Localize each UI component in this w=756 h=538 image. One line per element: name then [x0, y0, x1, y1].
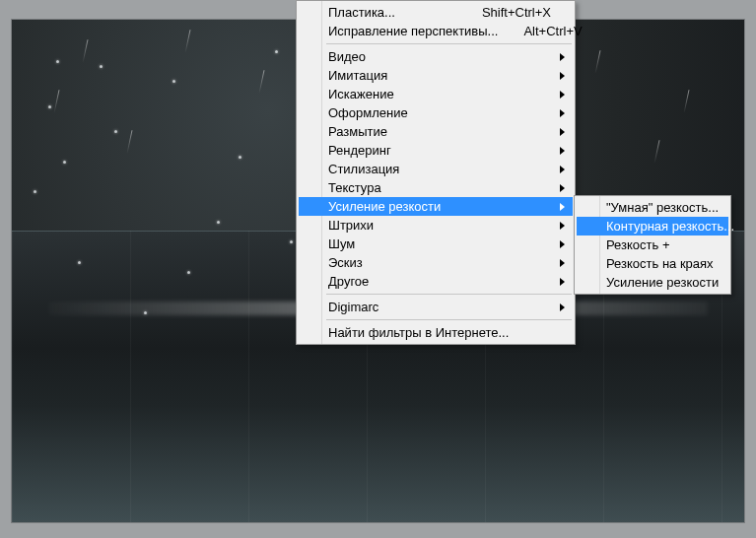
sharpen-submenu[interactable]: "Умная" резкость...Контурная резкость...… — [574, 195, 731, 295]
menu-item-label: Размытие — [328, 124, 551, 139]
menu-item-label: Оформление — [328, 105, 551, 120]
submenu-item-label: Контурная резкость... — [606, 219, 734, 234]
menu-item-label: Шум — [328, 236, 551, 251]
menu-item-label: Найти фильтры в Интернете... — [328, 325, 551, 340]
menu-item-shortcut: Shift+Ctrl+X — [456, 5, 551, 20]
submenu-item[interactable]: "Умная" резкость... — [577, 198, 728, 217]
menu-item-shortcut: Alt+Ctrl+V — [498, 24, 582, 38]
menu-item-label: Текстура — [328, 180, 551, 195]
menu-item-label: Видео — [328, 49, 551, 64]
raindrop — [56, 60, 59, 63]
menu-item[interactable]: Эскиз — [299, 253, 573, 272]
menu-item-label: Другое — [328, 274, 551, 289]
menu-item[interactable]: Искажение — [299, 85, 573, 103]
submenu-item-label: "Умная" резкость... — [606, 200, 719, 215]
menu-item[interactable]: Текстура — [299, 178, 573, 197]
menu-item[interactable]: Стилизация — [299, 160, 573, 178]
submenu-item[interactable]: Усиление резкости — [577, 273, 728, 292]
menu-item-label: Digimarc — [328, 300, 551, 314]
raindrop — [48, 105, 51, 108]
filter-menu[interactable]: Пластика...Shift+Ctrl+XИсправление персп… — [296, 0, 576, 345]
menu-item[interactable]: Имитация — [299, 66, 573, 85]
menu-separator — [326, 294, 572, 295]
menu-item[interactable]: Исправление перспективы...Alt+Ctrl+V — [299, 22, 573, 40]
raindrop — [63, 161, 66, 164]
submenu-item-label: Резкость на краях — [606, 256, 714, 271]
submenu-item[interactable]: Контурная резкость... — [577, 217, 728, 235]
menu-item-label: Пластика... — [328, 5, 456, 20]
menu-item[interactable]: Размытие — [299, 122, 573, 141]
menu-item[interactable]: Усиление резкости — [299, 197, 573, 216]
menu-item[interactable]: Пластика...Shift+Ctrl+X — [299, 3, 573, 22]
menu-item[interactable]: Digimarc — [299, 298, 573, 316]
menu-item[interactable]: Штрихи — [299, 216, 573, 235]
menu-item-label: Искажение — [328, 87, 551, 101]
submenu-item[interactable]: Резкость + — [577, 235, 728, 254]
menu-item-label: Стилизация — [328, 162, 551, 176]
menu-separator — [326, 319, 572, 320]
menu-item[interactable]: Оформление — [299, 103, 573, 122]
raindrop — [78, 261, 81, 264]
submenu-item[interactable]: Резкость на краях — [577, 254, 728, 273]
menu-item-label: Имитация — [328, 68, 551, 83]
menu-item[interactable]: Видео — [299, 47, 573, 66]
submenu-item-label: Усиление резкости — [606, 275, 719, 290]
raindrop — [144, 311, 147, 314]
menu-item-label: Исправление перспективы... — [328, 24, 498, 38]
menu-item[interactable]: Шум — [299, 235, 573, 253]
submenu-item-label: Резкость + — [606, 237, 707, 252]
menu-item-label: Усиление резкости — [328, 199, 551, 214]
menu-separator — [326, 43, 572, 44]
menu-item-label: Рендеринг — [328, 143, 551, 158]
menu-item[interactable]: Рендеринг — [299, 141, 573, 160]
menu-item-label: Эскиз — [328, 255, 551, 270]
menu-item-label: Штрихи — [328, 218, 551, 233]
menu-item[interactable]: Другое — [299, 272, 573, 291]
menu-item[interactable]: Найти фильтры в Интернете... — [299, 323, 573, 342]
